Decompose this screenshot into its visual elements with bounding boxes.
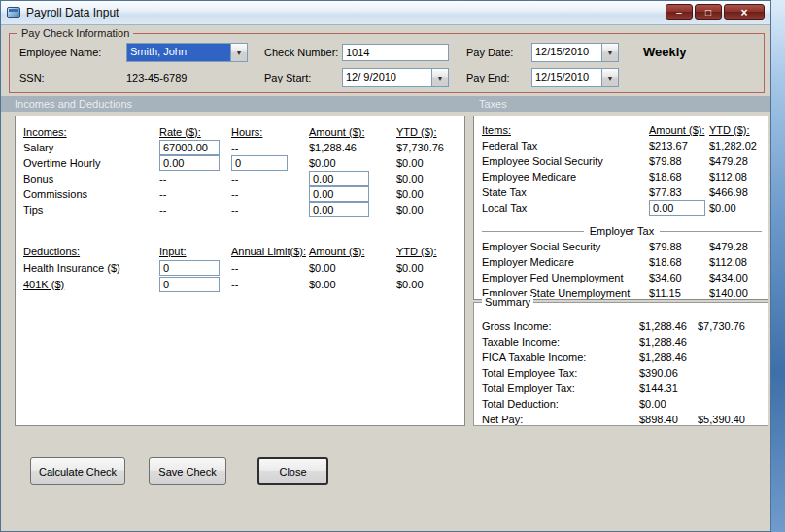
amount-cell: $0.00 (639, 398, 698, 410)
chevron-down-icon: ▼ (437, 75, 444, 82)
calculate-check-button[interactable]: Calculate Check (30, 457, 125, 485)
save-check-button[interactable]: Save Check (149, 457, 226, 485)
col-header-rate: Rate ($): (159, 126, 231, 138)
ytd-cell: $0.00 (396, 173, 464, 184)
row-label: Commissions (23, 188, 159, 200)
col-header-hours: Hours: (231, 126, 309, 138)
col-header-ytd: YTD ($): (709, 124, 762, 136)
minimize-button[interactable]: – (666, 4, 693, 20)
maximize-button[interactable]: □ (695, 4, 722, 20)
minimize-icon: – (676, 8, 682, 17)
employee-name-select[interactable]: Smith, John ▼ (126, 43, 248, 62)
rate-cell: -- (159, 188, 231, 200)
col-header-amount: Amount ($): (309, 246, 396, 257)
row-label: Total Employee Tax: (482, 367, 639, 379)
rate-cell: -- (159, 204, 231, 216)
window-title: Payroll Data Input (26, 6, 119, 19)
titlebar[interactable]: Payroll Data Input – □ × (1, 1, 770, 25)
col-header-annual-limit: Annual Limit($): (231, 246, 309, 257)
employee-name-dropdown-button[interactable]: ▼ (230, 44, 247, 61)
pay-date-label: Pay Date: (466, 47, 513, 58)
pay-frequency-label: Weekly (643, 45, 687, 59)
taxes-panel: Items: Amount ($): YTD ($): Federal Tax … (473, 116, 768, 300)
taxes-section-header: Taxes (479, 98, 507, 110)
maximize-icon: □ (705, 8, 711, 17)
incomes-deductions-section-header: Incomes and Deductions (15, 98, 132, 110)
pay-start-dropdown-button[interactable]: ▼ (431, 69, 448, 86)
incomes-deductions-panel: Incomes: Rate ($): Hours: Amount ($): YT… (15, 116, 465, 426)
pay-date-dropdown-button[interactable]: ▼ (601, 44, 618, 61)
ytd-cell: $0.00 (396, 204, 464, 216)
ytd-cell: $112.08 (709, 171, 762, 183)
tips-amount-input[interactable] (309, 202, 369, 217)
overtime-hours-input[interactable] (231, 155, 288, 171)
check-number-label: Check Number: (264, 47, 338, 58)
ytd-cell: $466.98 (709, 186, 762, 198)
divider-line (482, 231, 584, 232)
pay-date-select[interactable]: 12/15/2010 ▼ (531, 43, 619, 62)
row-label: Federal Tax (482, 140, 649, 151)
commissions-amount-input[interactable] (309, 186, 369, 202)
pay-start-select[interactable]: 12/ 9/2010 ▼ (342, 68, 449, 87)
ytd-cell: $0.00 (709, 202, 762, 214)
incomes-title: Incomes: (23, 126, 159, 138)
row-label: Taxable Income: (482, 336, 639, 348)
ytd-cell: $0.00 (396, 262, 464, 274)
amount-cell: $1,288.46 (309, 142, 396, 153)
close-button[interactable]: × (724, 4, 765, 20)
col-header-amount: Amount ($): (309, 126, 396, 138)
summary-legend: Summary (482, 296, 533, 308)
ytd-cell: $479.28 (709, 155, 762, 167)
rate-cell: -- (159, 173, 231, 184)
row-label: Net Pay: (482, 414, 639, 425)
k401-input[interactable] (159, 277, 220, 292)
ssn-value: 123-45-6789 (126, 72, 187, 83)
close-icon: × (740, 7, 747, 18)
amount-cell: $79.88 (649, 241, 709, 252)
salary-rate-input[interactable] (159, 140, 220, 155)
employee-name-label: Employee Name: (19, 47, 101, 58)
row-label: Employee Social Security (482, 155, 649, 167)
health-insurance-input[interactable] (159, 260, 220, 276)
amount-cell: $0.00 (309, 157, 396, 169)
amount-cell: $390.06 (639, 367, 698, 379)
local-tax-input[interactable] (649, 200, 705, 216)
hours-cell: -- (231, 142, 309, 153)
amount-cell: $1,288.46 (639, 336, 698, 348)
summary-panel: Summary Gross Income: $1,288.46 $7,730.7… (473, 302, 768, 426)
pay-end-dropdown-button[interactable]: ▼ (601, 69, 618, 86)
close-dialog-button[interactable]: Close (257, 457, 328, 485)
ytd-cell: $479.28 (709, 241, 762, 252)
row-label: Tips (23, 204, 159, 216)
section-header-band: Incomes and Deductions Taxes (1, 96, 770, 112)
ytd-cell: $140.00 (709, 287, 762, 299)
pay-end-select[interactable]: 12/15/2010 ▼ (531, 68, 619, 87)
row-label: Local Tax (482, 202, 649, 214)
ytd-cell: $7,730.76 (698, 320, 762, 332)
payroll-window: Payroll Data Input – □ × Pay Check Infor… (0, 0, 771, 532)
employee-name-value: Smith, John (127, 44, 230, 61)
limit-cell: -- (231, 279, 309, 290)
pay-date-value: 12/15/2010 (532, 44, 601, 61)
paycheck-info-groupbox: Pay Check Information Employee Name: Smi… (9, 33, 765, 93)
caption-buttons: – □ × (666, 4, 765, 20)
ytd-cell: $5,390.40 (698, 414, 762, 425)
amount-cell: $0.00 (309, 279, 396, 290)
amount-cell: $213.67 (649, 140, 709, 151)
bonus-amount-input[interactable] (309, 171, 369, 186)
ytd-cell: $7,730.76 (396, 142, 464, 153)
check-number-input[interactable] (342, 44, 449, 61)
ytd-cell: $0.00 (396, 157, 464, 169)
employer-tax-divider: Employer Tax (482, 225, 762, 237)
pay-start-value: 12/ 9/2010 (343, 69, 431, 86)
row-label: Employer Fed Unemployment (482, 272, 649, 283)
hours-cell: -- (231, 188, 309, 200)
overtime-rate-input[interactable] (159, 155, 220, 171)
amount-cell: $11.15 (649, 287, 709, 299)
row-label: Employer Medicare (482, 256, 649, 268)
row-label: FICA Taxable Income: (482, 351, 639, 363)
pay-end-label: Pay End: (466, 72, 510, 83)
amount-cell: $77.83 (649, 186, 709, 198)
col-header-amount: Amount ($): (649, 124, 709, 136)
chevron-down-icon: ▼ (607, 50, 614, 56)
